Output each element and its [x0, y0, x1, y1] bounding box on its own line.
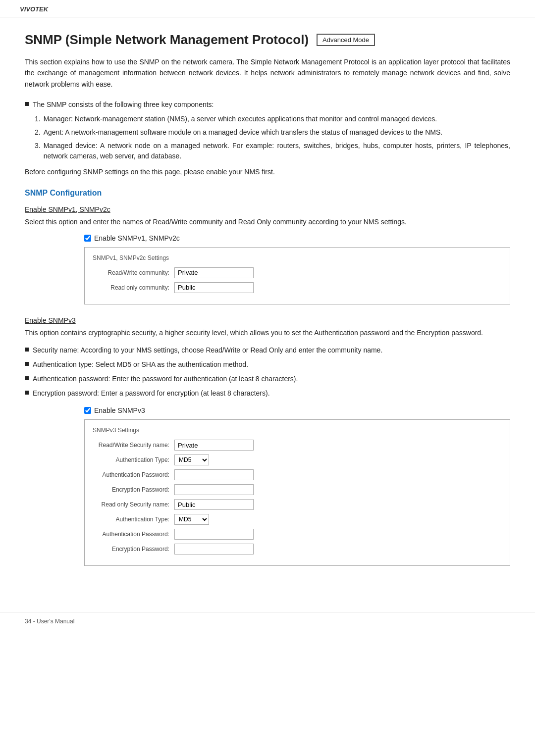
brand-logo: VIVOTEK: [20, 5, 48, 13]
before-config-text: Before configuring SNMP settings on the …: [25, 166, 510, 177]
num-label-2: 2.: [35, 127, 41, 138]
snmpv3-auth-type-ro-select[interactable]: MD5 SHA: [174, 514, 209, 525]
snmpv3-settings-box: SNMPv3 Settings Read/Write Security name…: [84, 419, 510, 566]
snmpv3-bullet-text-2: Authentication type: Select MD5 or SHA a…: [33, 359, 248, 370]
snmpv3-auth-type-rw-row: Authentication Type: MD5 SHA: [93, 454, 502, 465]
footer: 34 - User's Manual: [0, 612, 535, 630]
snmpv3-enc-pw-rw-label: Encryption Password:: [93, 486, 174, 493]
snmpv3-auth-pw-rw-label: Authentication Password:: [93, 471, 174, 478]
snmpv3-checkbox[interactable]: [84, 407, 91, 414]
snmpv1-checkbox-row[interactable]: Enable SNMPv1, SNMPv2c: [84, 234, 510, 242]
snmpv3-enc-pw-rw-row: Encryption Password:: [93, 484, 502, 495]
snmpv3-bullet-4: Encryption password: Enter a password fo…: [25, 388, 510, 399]
bullet-icon-2: [25, 362, 29, 366]
snmpv3-enc-pw-ro-input[interactable]: [174, 544, 254, 554]
snmpv3-ro-security-label: Read only Security name:: [93, 501, 174, 508]
snmpv3-auth-pw-ro-label: Authentication Password:: [93, 531, 174, 538]
snmpv3-auth-pw-rw-input[interactable]: [174, 469, 254, 480]
snmpv3-rw-security-input[interactable]: [174, 440, 254, 451]
snmp-config-section: SNMP Configuration Enable SNMPv1, SNMPv2…: [25, 189, 510, 566]
snmpv3-subsection: Enable SNMPv3 This option contains crypt…: [25, 316, 510, 566]
snmpv3-auth-pw-ro-row: Authentication Password:: [93, 529, 502, 540]
snmpv1-ro-community-row: Read only community:: [93, 282, 502, 293]
snmpv1-settings-box: SNMPv1, SNMPv2c Settings Read/Write comm…: [84, 247, 510, 304]
snmpv3-enc-pw-rw-input[interactable]: [174, 484, 254, 495]
snmp-config-title: SNMP Configuration: [25, 189, 510, 198]
bullet-icon-3: [25, 376, 29, 380]
snmpv3-desc: This option contains cryptographic secur…: [25, 327, 510, 338]
page-title-area: SNMP (Simple Network Management Protocol…: [25, 32, 510, 48]
snmpv3-ro-security-input[interactable]: [174, 499, 254, 510]
intro-paragraph: This section explains how to use the SNM…: [25, 56, 510, 90]
bullet-icon: [25, 102, 29, 106]
snmpv3-auth-pw-ro-input[interactable]: [174, 529, 254, 540]
snmpv3-auth-type-ro-label: Authentication Type:: [93, 516, 174, 523]
snmpv3-bullets-section: Security name: According to your NMS set…: [25, 345, 510, 399]
snmpv1-rw-input[interactable]: [174, 267, 254, 278]
bullet-intro-item: The SNMP consists of the following three…: [25, 100, 510, 110]
snmpv3-bullet-1: Security name: According to your NMS set…: [25, 345, 510, 355]
main-content: SNMP (Simple Network Management Protocol…: [0, 17, 535, 598]
key-components-section: The SNMP consists of the following three…: [25, 100, 510, 161]
num-text-2: Agent: A network-management software mod…: [44, 127, 442, 138]
snmpv3-auth-pw-rw-row: Authentication Password:: [93, 469, 502, 480]
snmpv1-subsection: Enable SNMPv1, SNMPv2c Select this optio…: [25, 205, 510, 304]
num-text-1: Manager: Network-management station (NMS…: [44, 114, 437, 124]
snmpv1-desc: Select this option and enter the names o…: [25, 216, 510, 227]
snmpv3-bullet-text-3: Authentication password: Enter the passw…: [33, 374, 298, 384]
page-title: SNMP (Simple Network Management Protocol…: [25, 32, 309, 48]
snmpv1-checkbox-label: Enable SNMPv1, SNMPv2c: [94, 234, 180, 242]
snmpv3-checkbox-row[interactable]: Enable SNMPv3: [84, 406, 510, 414]
numbered-item-3: 3.Managed device: A network node on a ma…: [35, 141, 510, 161]
snmpv3-checkbox-label: Enable SNMPv3: [94, 406, 145, 414]
snmpv3-bullet-2: Authentication type: Select MD5 or SHA a…: [25, 359, 510, 370]
snmpv1-ro-input[interactable]: [174, 282, 254, 293]
bullet-intro-text: The SNMP consists of the following three…: [33, 100, 214, 110]
snmpv1-rw-label: Read/Write community:: [93, 269, 174, 276]
snmpv3-settings-title: SNMPv3 Settings: [93, 427, 502, 434]
snmpv3-bullet-3: Authentication password: Enter the passw…: [25, 374, 510, 384]
snmpv3-ro-security-row: Read only Security name:: [93, 499, 502, 510]
snmpv1-ro-label: Read only community:: [93, 284, 174, 291]
snmpv1-checkbox[interactable]: [84, 235, 91, 242]
num-text-3: Managed device: A network node on a mana…: [44, 141, 510, 161]
snmpv1-title: Enable SNMPv1, SNMPv2c: [25, 205, 510, 213]
bullet-icon-4: [25, 391, 29, 395]
footer-text: 34 - User's Manual: [25, 618, 74, 625]
snmpv3-rw-security-label: Read/Write Security name:: [93, 442, 174, 449]
snmpv1-rw-community-row: Read/Write community:: [93, 267, 502, 278]
advanced-mode-button[interactable]: Advanced Mode: [317, 34, 375, 46]
numbered-list: 1.Manager: Network-management station (N…: [35, 114, 510, 161]
numbered-item-2: 2.Agent: A network-management software m…: [35, 127, 510, 138]
snmpv3-enc-pw-ro-label: Encryption Password:: [93, 546, 174, 553]
header: VIVOTEK: [0, 0, 535, 17]
bullet-icon-1: [25, 348, 29, 352]
snmpv3-enc-pw-ro-row: Encryption Password:: [93, 544, 502, 554]
snmpv3-auth-type-rw-label: Authentication Type:: [93, 456, 174, 463]
num-label-3: 3.: [35, 141, 41, 161]
snmpv3-title: Enable SNMPv3: [25, 316, 510, 324]
snmpv1-settings-title: SNMPv1, SNMPv2c Settings: [93, 254, 502, 261]
numbered-item-1: 1.Manager: Network-management station (N…: [35, 114, 510, 124]
snmpv3-auth-type-rw-select[interactable]: MD5 SHA: [174, 454, 209, 465]
snmpv3-auth-type-ro-row: Authentication Type: MD5 SHA: [93, 514, 502, 525]
snmpv3-bullet-text-1: Security name: According to your NMS set…: [33, 345, 382, 355]
snmpv3-rw-security-row: Read/Write Security name:: [93, 440, 502, 451]
num-label-1: 1.: [35, 114, 41, 124]
snmpv3-bullet-text-4: Encryption password: Enter a password fo…: [33, 388, 270, 399]
